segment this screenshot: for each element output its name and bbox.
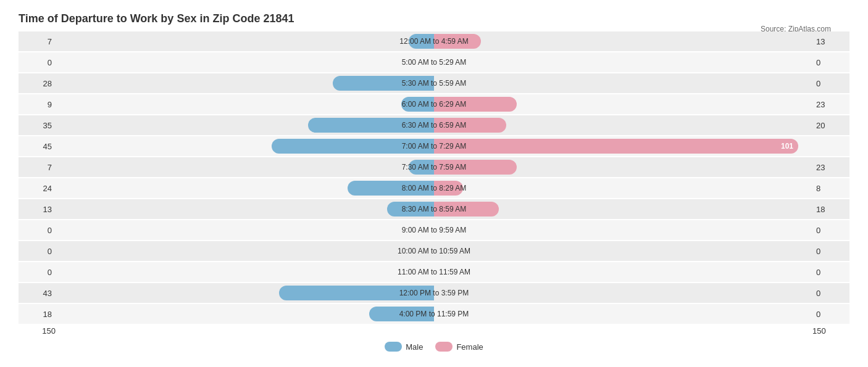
female-swatch <box>435 342 453 352</box>
male-value-label: 0 <box>19 226 56 235</box>
female-value-label: 8 <box>812 184 849 193</box>
male-bar <box>369 307 434 321</box>
time-label: 11:00 AM to 11:59 AM <box>398 268 470 276</box>
legend-male: Male <box>385 342 423 352</box>
female-value-label: 0 <box>812 289 849 298</box>
female-bar <box>434 181 463 196</box>
bar-row: 77:30 AM to 7:59 AM23 <box>19 157 849 177</box>
male-bar <box>409 160 434 175</box>
chart-title: Time of Departure to Work by Sex in Zip … <box>19 12 849 25</box>
bar-row: 05:00 AM to 5:29 AM0 <box>19 52 849 72</box>
male-value-label: 35 <box>19 121 56 130</box>
female-value-label: 0 <box>812 58 849 67</box>
bar-row: 184:00 PM to 11:59 PM0 <box>19 304 849 324</box>
bar-row: 011:00 AM to 11:59 AM0 <box>19 262 849 282</box>
female-value-label: 0 <box>812 226 849 235</box>
female-value-label: 0 <box>812 268 849 277</box>
male-value-label: 28 <box>19 79 56 88</box>
bar-row: 010:00 AM to 10:59 AM0 <box>19 241 849 261</box>
axis-labels-row: 150 150 <box>19 326 849 336</box>
male-value-label: 7 <box>19 37 56 46</box>
time-label: 5:00 AM to 5:29 AM <box>402 58 467 67</box>
male-value-label: 43 <box>19 289 56 298</box>
bar-row: 09:00 AM to 9:59 AM0 <box>19 220 849 240</box>
legend-female: Female <box>435 342 483 352</box>
female-value-label: 0 <box>812 247 849 256</box>
male-value-label: 0 <box>19 268 56 277</box>
time-label: 9:00 AM to 9:59 AM <box>402 226 467 234</box>
legend: Male Female <box>19 342 849 352</box>
bar-row: 285:30 AM to 5:59 AM0 <box>19 73 849 93</box>
female-bar <box>434 97 517 112</box>
female-label: Female <box>456 342 483 352</box>
male-bar <box>348 181 434 196</box>
female-value-label: 18 <box>812 205 849 214</box>
female-value-label: 20 <box>812 121 849 130</box>
bar-row: 356:30 AM to 6:59 AM20 <box>19 115 849 135</box>
time-label: 10:00 AM to 10:59 AM <box>398 247 470 255</box>
bar-row: 248:00 AM to 8:29 AM8 <box>19 178 849 198</box>
axis-left-label: 150 <box>19 326 56 336</box>
female-bar <box>434 160 517 175</box>
male-value-label: 0 <box>19 58 56 67</box>
female-value-label: 23 <box>812 163 849 172</box>
male-bar <box>333 76 434 91</box>
bar-row: 96:00 AM to 6:29 AM23 <box>19 94 849 114</box>
male-bar <box>387 202 434 216</box>
female-value-label: 23 <box>812 100 849 109</box>
male-swatch <box>385 342 402 352</box>
male-value-label: 13 <box>19 205 56 214</box>
female-bar <box>434 118 506 133</box>
male-bar <box>308 118 434 133</box>
male-bar <box>409 34 434 49</box>
chart-area: 712:00 AM to 4:59 AM1305:00 AM to 5:29 A… <box>19 31 849 324</box>
male-label: Male <box>406 342 423 352</box>
female-bar: 101 <box>434 139 798 154</box>
female-value-label: 13 <box>812 37 849 46</box>
male-bar <box>272 139 434 154</box>
female-bar <box>434 202 499 216</box>
bar-row: 138:30 AM to 8:59 AM18 <box>19 199 849 219</box>
male-value-label: 45 <box>19 142 56 151</box>
bar-row: 451017:00 AM to 7:29 AM <box>19 136 849 156</box>
male-value-label: 18 <box>19 310 56 319</box>
bar-row: 4312:00 PM to 3:59 PM0 <box>19 283 849 303</box>
male-value-label: 24 <box>19 184 56 193</box>
male-bar <box>279 286 434 300</box>
female-value-label: 0 <box>812 79 849 88</box>
axis-right-label: 150 <box>812 326 849 336</box>
female-value-label: 0 <box>812 310 849 319</box>
male-value-label: 9 <box>19 100 56 109</box>
bar-row: 712:00 AM to 4:59 AM13 <box>19 31 849 51</box>
male-value-label: 7 <box>19 163 56 172</box>
bar-inside-value: 101 <box>781 142 793 151</box>
male-bar <box>401 97 434 112</box>
female-bar <box>434 34 481 49</box>
male-value-label: 0 <box>19 247 56 256</box>
